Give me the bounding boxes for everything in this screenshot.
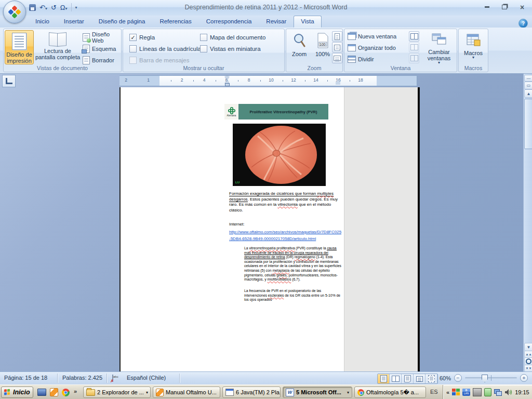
web-layout-icon <box>83 33 90 42</box>
arrange-all-button[interactable]: Organizar todo <box>348 43 396 52</box>
restore-button[interactable] <box>499 3 510 11</box>
group-document-views: Diseño de impresión Lectura de pantalla … <box>3 29 122 72</box>
ruler-toggle-button[interactable]: — <box>524 75 532 82</box>
zoom-out-button[interactable]: − <box>454 374 462 382</box>
select-browse-object-button[interactable] <box>524 357 532 365</box>
previous-page-button[interactable]: ▲▲ <box>524 351 532 358</box>
tab-insertar[interactable]: Insertar <box>57 16 91 28</box>
tab-correspondencia[interactable]: Correspondencia <box>199 16 259 28</box>
macros-button[interactable]: Macros ▾ <box>460 30 487 64</box>
tab-diseno-de-pagina[interactable]: Diseño de página <box>91 16 153 28</box>
scroll-down-icon[interactable]: ▼ <box>524 343 532 351</box>
zoom-level[interactable]: 60% <box>440 375 451 381</box>
group-label[interactable]: Mostrar u ocultar <box>123 65 284 71</box>
document-app-icon[interactable] <box>50 388 58 396</box>
checkbox-regla[interactable]: ✓ Regla <box>129 34 155 41</box>
zoom-slider-thumb[interactable] <box>482 375 488 382</box>
taskbar-button-java[interactable]: 6 Java(TM) 2 Pla... ▾ <box>222 387 281 398</box>
taskbar-button-oftalmologia[interactable]: Oftalmología 5� a... <box>354 387 426 398</box>
scrollbar-thumb[interactable] <box>524 99 532 149</box>
page-width-button[interactable] <box>332 53 342 63</box>
outline-button[interactable]: Esquema <box>83 44 116 54</box>
show-desktop-icon[interactable] <box>37 389 46 396</box>
display-tray-icon[interactable] <box>473 388 482 396</box>
internet-label[interactable]: Internet: <box>229 222 244 228</box>
new-window-button[interactable]: Nueva ventana <box>348 32 396 41</box>
web-layout-button[interactable]: Diseño Web <box>83 32 121 43</box>
split-handle[interactable]: ▭ <box>524 82 532 89</box>
taskbar-button-manual-oftalmo[interactable]: Manual Oftalmo U... <box>153 387 220 398</box>
two-pages-button[interactable] <box>332 42 342 52</box>
help-icon[interactable]: ? <box>518 19 528 28</box>
group-label[interactable]: Vistas de documento <box>4 65 121 71</box>
paragraph-scars[interactable]: Formación exagerada de cicatrices que fo… <box>229 191 342 213</box>
tab-revisar[interactable]: Revisar <box>259 16 294 28</box>
tab-selector-button[interactable] <box>2 75 16 87</box>
zoom-100-button[interactable]: 100 100% <box>311 30 334 64</box>
one-page-button[interactable] <box>332 31 342 42</box>
ribbon-tab-strip: Inicio Insertar Diseño de página Referen… <box>0 16 532 28</box>
status-bar: Página: 15 de 18 Palabras: 2.425 Español… <box>0 371 532 385</box>
first-line-indent-marker[interactable] <box>225 76 229 79</box>
language-bar[interactable]: ES <box>430 389 438 395</box>
draft-icon <box>83 56 90 64</box>
print-layout-view-button[interactable] <box>378 374 390 383</box>
scroll-up-icon[interactable]: ▲ <box>524 89 532 98</box>
word-application-window: ↶▾ ↺ Ω▾ ▾ Desprendimiento de retina 2011… <box>0 0 532 399</box>
draft-view-button[interactable] <box>425 374 437 383</box>
safely-remove-hardware-icon[interactable] <box>484 388 491 396</box>
page-gray-panel <box>344 87 418 371</box>
taskbar-button-word[interactable]: W 5 Microsoft Off... ▾ <box>283 387 352 398</box>
office-button[interactable] <box>3 1 26 23</box>
horizontal-ruler[interactable]: 2124681012141618 <box>119 75 417 86</box>
draft-button[interactable]: Borrador <box>83 55 114 65</box>
page-indicator[interactable]: Página: 15 de 18 <box>4 375 47 381</box>
start-button[interactable]: Inicio <box>1 387 33 398</box>
lan-status-icon[interactable]: BLAN <box>462 389 470 396</box>
switch-windows-button[interactable]: Cambiar ventanas ▾ <box>422 30 456 64</box>
group-label[interactable]: Macros <box>459 65 488 71</box>
tab-referencias[interactable]: Referencias <box>152 16 198 28</box>
quick-launch-overflow-icon[interactable]: » <box>74 388 77 394</box>
chrome-icon[interactable] <box>62 389 70 396</box>
group-label[interactable]: Zoom <box>286 65 342 71</box>
outline-view-button[interactable] <box>414 374 425 383</box>
paragraph-pvr-definition[interactable]: La vitreorretinopatía proliferativa (PVR… <box>244 246 342 282</box>
view-side-by-side-button[interactable] <box>409 31 419 42</box>
tray-collapse-icon[interactable]: « <box>446 389 449 395</box>
zoom-in-button[interactable]: + <box>520 374 528 382</box>
dropdown-caret-icon: ▾ <box>472 56 474 59</box>
tab-stop-icon <box>6 78 12 84</box>
article-hyperlink[interactable]: http://www.oftalmo.com/seo/archivos/maqu… <box>229 229 342 242</box>
volume-icon[interactable] <box>504 389 512 396</box>
paragraph-pvr-frequency[interactable]: La frecuencia de PVR en el postoperatori… <box>244 289 342 302</box>
group-zoom: Zoom 100 100% Zoom <box>286 29 343 72</box>
word-count[interactable]: Palabras: 2.425 <box>62 375 102 381</box>
retina-photo: LU <box>233 124 326 186</box>
tab-vista[interactable]: Vista <box>294 16 321 28</box>
checkbox-vistas-miniatura[interactable]: Vistas en miniatura <box>200 45 261 52</box>
full-screen-reading-button[interactable]: Lectura de pantalla completa <box>34 30 82 64</box>
checkbox-lineas-cuadricula[interactable]: Líneas de la cuadrícula <box>129 45 201 52</box>
vertical-scrollbar[interactable]: — ▭ ▲ ▼ ▲▲ ▼▼ <box>523 74 532 371</box>
full-screen-view-button[interactable] <box>390 374 402 383</box>
zoom-button[interactable]: Zoom <box>287 30 311 64</box>
left-indent-marker[interactable] <box>225 84 229 86</box>
web-layout-view-button[interactable] <box>402 374 414 383</box>
language-indicator[interactable]: Español (Chile) <box>127 375 166 381</box>
tray-app-icon[interactable] <box>452 389 460 396</box>
split-button[interactable]: Dividir <box>348 55 374 64</box>
spellcheck-status-icon[interactable] <box>112 375 113 382</box>
close-button[interactable]: × <box>516 3 528 11</box>
zoom-slider[interactable] <box>465 377 517 379</box>
print-layout-button[interactable]: Diseño de impresión <box>5 30 34 64</box>
taskbar-button-explorer[interactable]: 2 Explorador de ... ▾ <box>83 387 151 398</box>
group-label[interactable]: Ventana <box>344 65 457 71</box>
dropdown-caret-icon: ▾ <box>438 61 440 64</box>
tab-inicio[interactable]: Inicio <box>28 16 57 28</box>
next-page-button[interactable]: ▼▼ <box>524 365 532 372</box>
network-connection-icon[interactable] <box>494 389 502 396</box>
checkbox-mapa-documento[interactable]: Mapa del documento <box>200 34 265 41</box>
minimize-button[interactable] <box>481 3 493 11</box>
zoom-notch <box>491 375 491 381</box>
